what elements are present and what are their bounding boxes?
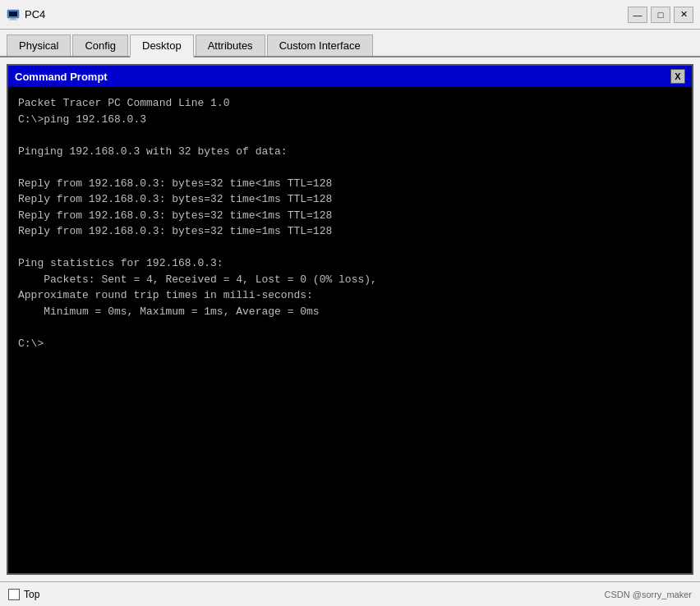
main-content: Command Prompt X Packet Tracer PC Comman…: [0, 57, 700, 581]
title-bar-left: PC4: [7, 8, 45, 21]
svg-rect-2: [11, 18, 16, 20]
title-bar: PC4 — □ ✕: [0, 0, 700, 30]
bottom-bar: Top CSDN @sorry_maker: [0, 581, 700, 606]
watermark: CSDN @sorry_maker: [604, 590, 692, 599]
top-checkbox[interactable]: [8, 589, 20, 600]
window-title: PC4: [25, 8, 45, 21]
tab-custom-interface[interactable]: Custom Interface: [267, 34, 373, 56]
cmd-window: Command Prompt X Packet Tracer PC Comman…: [7, 64, 693, 575]
maximize-button[interactable]: □: [651, 7, 670, 23]
tab-config[interactable]: Config: [72, 34, 128, 56]
terminal-body[interactable]: Packet Tracer PC Command Line 1.0 C:\>pi…: [8, 87, 692, 573]
cmd-close-button[interactable]: X: [670, 69, 685, 84]
cmd-window-title: Command Prompt: [15, 71, 108, 83]
svg-rect-3: [9, 19, 17, 20]
top-label: Top: [24, 589, 39, 600]
tab-attributes[interactable]: Attributes: [196, 34, 265, 56]
cmd-titlebar: Command Prompt X: [8, 66, 692, 87]
svg-rect-1: [9, 11, 17, 16]
tabs-bar: Physical Config Desktop Attributes Custo…: [0, 30, 700, 57]
tab-physical[interactable]: Physical: [7, 34, 71, 56]
app-icon: [7, 8, 20, 21]
window-close-button[interactable]: ✕: [674, 7, 693, 23]
bottom-left: Top: [8, 589, 39, 600]
tab-desktop[interactable]: Desktop: [130, 34, 194, 57]
minimize-button[interactable]: —: [628, 7, 647, 23]
title-bar-controls: — □ ✕: [628, 7, 693, 23]
